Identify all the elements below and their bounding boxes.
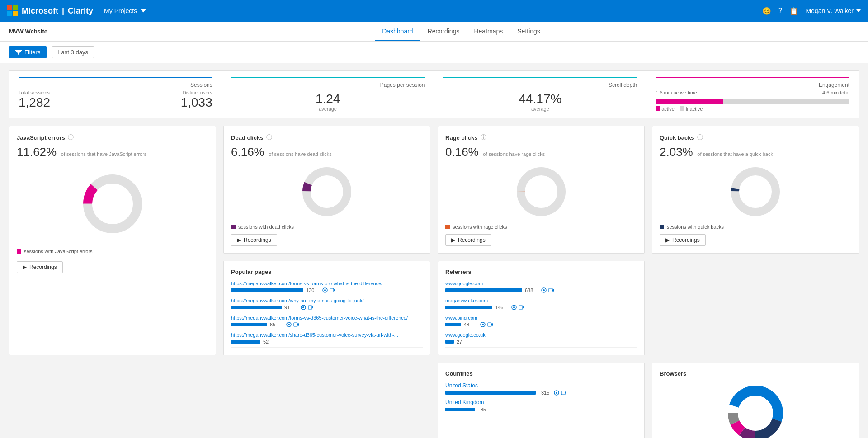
video-icon[interactable] bbox=[487, 322, 493, 327]
main-nav: Dashboard Recordings Heatmaps Settings bbox=[375, 22, 547, 41]
dead-clicks-desc: of sessions have dead clicks bbox=[269, 151, 331, 157]
pages-label: Pages per session bbox=[231, 82, 425, 88]
js-errors-recordings-btn[interactable]: ▶ Recordings bbox=[17, 261, 63, 273]
list-item: https://meganvwalker.com/share-d365-cust… bbox=[231, 330, 423, 348]
rage-clicks-card: Rage clicks ⓘ 0.16% of sessions have rag… bbox=[438, 126, 645, 254]
dead-clicks-title: Dead clicks ⓘ bbox=[231, 133, 423, 141]
js-errors-percent: 11.62% bbox=[17, 145, 57, 159]
help-icon[interactable]: ? bbox=[778, 7, 783, 15]
scroll-label: Scroll depth bbox=[443, 82, 637, 88]
svg-rect-22 bbox=[519, 306, 523, 309]
popular-pages-card: Popular pages https://meganvwalker.com/f… bbox=[223, 261, 430, 355]
heatmap-icon[interactable] bbox=[554, 390, 559, 396]
stats-row: Sessions Total sessions 1,282 Distinct u… bbox=[9, 70, 859, 118]
js-errors-info-icon[interactable]: ⓘ bbox=[68, 133, 74, 141]
separator: | bbox=[62, 6, 64, 16]
js-errors-card: JavaScript errors ⓘ 11.62% of sessions t… bbox=[9, 126, 216, 355]
list-item: https://meganvwalker.com/why-are-my-emai… bbox=[231, 296, 423, 313]
scroll-value: 44.17% bbox=[443, 92, 637, 106]
dead-clicks-info-icon[interactable]: ⓘ bbox=[266, 133, 272, 141]
recordings-icon: ▶ bbox=[237, 237, 241, 243]
js-errors-legend: sessions with JavaScript errors bbox=[17, 249, 208, 254]
sub-header: MVW Website Dashboard Recordings Heatmap… bbox=[0, 22, 868, 42]
sessions-numbers: Total sessions 1,282 Distinct users 1,03… bbox=[19, 90, 212, 110]
referrers-card: Referrers www.google.com 688 meganvwalke… bbox=[438, 261, 645, 355]
video-icon[interactable] bbox=[548, 287, 554, 293]
video-icon[interactable] bbox=[308, 305, 313, 310]
heatmap-icon[interactable] bbox=[322, 287, 328, 293]
list-item: https://meganvwalker.com/forms-vs-d365-c… bbox=[231, 313, 423, 330]
video-icon[interactable] bbox=[561, 390, 566, 396]
rage-clicks-recordings-btn[interactable]: ▶ Recordings bbox=[445, 234, 491, 246]
user-menu[interactable]: Megan V. Walker bbox=[806, 7, 861, 14]
app-header: Microsoft | Clarity My Projects 😊 ? 📋 Me… bbox=[0, 0, 868, 22]
sessions-stat: Sessions Total sessions 1,282 Distinct u… bbox=[9, 71, 222, 118]
dead-clicks-recordings-btn[interactable]: ▶ Recordings bbox=[231, 234, 277, 246]
list-item: www.google.co.uk 27 bbox=[445, 330, 637, 348]
rage-clicks-desc: of sessions have rage clicks bbox=[483, 151, 545, 157]
heatmap-icon[interactable] bbox=[301, 305, 306, 310]
header-right: 😊 ? 📋 Megan V. Walker bbox=[762, 7, 861, 15]
engagement-stat: Engagement 1.6 min active time 4.6 min t… bbox=[646, 71, 859, 118]
browsers-title: Browsers bbox=[660, 370, 851, 377]
svg-point-15 bbox=[288, 324, 290, 325]
date-range-badge[interactable]: Last 3 days bbox=[52, 46, 94, 58]
pages-value: 1.24 bbox=[231, 92, 425, 106]
popular-pages-list: https://meganvwalker.com/forms-vs-forms-… bbox=[231, 279, 423, 348]
svg-point-24 bbox=[482, 324, 484, 325]
my-projects-nav[interactable]: My Projects bbox=[104, 7, 146, 14]
svg-rect-25 bbox=[488, 323, 491, 326]
quick-backs-card: Quick backs ⓘ 2.03% of sessions that hav… bbox=[652, 126, 859, 254]
svg-point-9 bbox=[324, 289, 326, 291]
heatmap-icon[interactable] bbox=[480, 322, 486, 327]
svg-point-6 bbox=[735, 171, 776, 212]
tab-dashboard[interactable]: Dashboard bbox=[375, 22, 420, 41]
filter-button[interactable]: Filters bbox=[9, 46, 47, 58]
referrers-list: www.google.com 688 meganvwalker.com bbox=[445, 279, 637, 348]
distinct-users-value: 1,033 bbox=[181, 95, 212, 110]
clarity-label: Clarity bbox=[68, 6, 93, 16]
filter-icon bbox=[15, 49, 22, 56]
list-item: https://meganvwalker.com/forms-vs-forms-… bbox=[231, 279, 423, 296]
list-item: www.bing.com 48 bbox=[445, 313, 637, 330]
quick-backs-info-icon[interactable]: ⓘ bbox=[697, 133, 703, 141]
svg-point-4 bbox=[88, 179, 137, 229]
tab-settings[interactable]: Settings bbox=[510, 22, 547, 41]
list-item: meganvwalker.com 146 bbox=[445, 296, 637, 313]
recordings-icon-3: ▶ bbox=[23, 264, 27, 270]
heatmap-icon[interactable] bbox=[286, 322, 292, 327]
tab-heatmaps[interactable]: Heatmaps bbox=[467, 22, 510, 41]
svg-rect-19 bbox=[549, 288, 552, 292]
svg-point-0 bbox=[307, 171, 347, 212]
video-icon[interactable] bbox=[519, 305, 524, 310]
heatmap-icon[interactable] bbox=[511, 305, 517, 310]
countries-title: Countries bbox=[445, 370, 637, 377]
tab-recordings[interactable]: Recordings bbox=[420, 22, 467, 41]
chevron-down-icon bbox=[141, 8, 146, 14]
browsers-card: Browsers bbox=[652, 363, 859, 438]
video-icon[interactable] bbox=[330, 287, 335, 293]
list-item: United States 315 bbox=[445, 381, 637, 397]
quick-backs-donut bbox=[660, 165, 851, 219]
rage-clicks-percent: 0.16% bbox=[445, 145, 479, 159]
main-content: Sessions Total sessions 1,282 Distinct u… bbox=[0, 63, 868, 438]
heatmap-icon[interactable] bbox=[541, 287, 547, 293]
engagement-bar bbox=[656, 99, 849, 104]
quick-backs-recordings-btn[interactable]: ▶ Recordings bbox=[660, 234, 706, 246]
document-icon[interactable]: 📋 bbox=[789, 7, 798, 15]
total-sessions-value: 1,282 bbox=[19, 95, 50, 110]
dead-clicks-card: Dead clicks ⓘ 6.16% of sessions have dea… bbox=[223, 126, 430, 254]
quick-backs-desc: of sessions that have a quick back bbox=[697, 151, 773, 157]
svg-rect-16 bbox=[294, 323, 297, 326]
svg-point-18 bbox=[543, 289, 545, 291]
page-title: MVW Website bbox=[9, 28, 63, 35]
list-item: www.google.com 688 bbox=[445, 279, 637, 296]
scroll-depth-stat: Scroll depth 44.17% average bbox=[434, 71, 647, 118]
video-icon[interactable] bbox=[293, 322, 299, 327]
js-errors-title: JavaScript errors ⓘ bbox=[17, 133, 208, 141]
rage-clicks-info-icon[interactable]: ⓘ bbox=[481, 133, 486, 141]
svg-rect-28 bbox=[561, 391, 565, 395]
svg-point-21 bbox=[513, 306, 515, 308]
js-errors-donut bbox=[17, 170, 208, 238]
emoji-icon[interactable]: 😊 bbox=[762, 7, 771, 15]
